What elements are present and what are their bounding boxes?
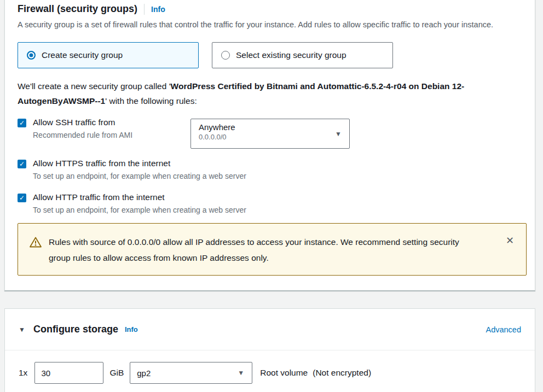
security-group-options: Create security group Select existing se… [18, 42, 393, 68]
configure-storage-title: Configure storage [33, 324, 118, 335]
radio-selected-icon[interactable] [27, 51, 36, 60]
ssh-rule-label: Allow SSH traffic from [33, 118, 115, 127]
volume-size-input[interactable] [34, 362, 103, 384]
volume-description-label: Root volume [260, 368, 308, 378]
note-prefix: We'll create a new security group called… [18, 81, 171, 91]
volume-count-label: 1x [19, 368, 27, 378]
firewall-section-card: Firewall (security groups) Info A securi… [4, 0, 535, 291]
firewall-description: A security group is a set of firewall ru… [18, 19, 513, 31]
firewall-info-link[interactable]: Info [151, 5, 165, 14]
root-volume-row: 1x GiB gp2 ▼ Root volume (Not encrypted) [5, 350, 535, 384]
http-checkbox[interactable]: ✓ [18, 194, 26, 202]
caret-down-icon: ▼ [238, 369, 244, 377]
create-security-group-label: Create security group [42, 50, 123, 60]
configure-storage-header: ▼ Configure storage Info Advanced [5, 309, 535, 350]
storage-info-link[interactable]: Info [125, 325, 138, 334]
section-expand-caret-icon[interactable]: ▼ [19, 326, 25, 334]
rule-https: ✓ Allow HTTPS traffic from the internet … [18, 159, 527, 180]
firewall-title: Firewall (security groups) [18, 3, 137, 15]
http-rule-sublabel: To set up an endpoint, for example when … [33, 206, 527, 214]
storage-advanced-link[interactable]: Advanced [486, 325, 522, 334]
https-rule-label: Allow HTTPS traffic from the internet [33, 159, 170, 168]
open-source-warning-alert: Rules with source of 0.0.0.0/0 allow all… [18, 223, 527, 276]
caret-down-icon: ▼ [335, 130, 342, 138]
firewall-header: Firewall (security groups) Info [18, 3, 165, 15]
volume-type-value: gp2 [137, 368, 151, 378]
ssh-source-detail: 0.0.0.0/0 [199, 133, 342, 141]
select-existing-security-group-tile[interactable]: Select existing security group [212, 42, 393, 68]
volume-type-select[interactable]: gp2 ▼ [130, 362, 252, 384]
rule-http: ✓ Allow HTTP traffic from the internet T… [18, 192, 527, 214]
volume-encryption-label: (Not encrypted) [313, 368, 371, 378]
note-suffix: ' with the following rules: [105, 96, 197, 106]
http-rule-label: Allow HTTP traffic from the internet [33, 192, 165, 202]
https-checkbox[interactable]: ✓ [18, 160, 26, 168]
header-divider [144, 4, 145, 15]
configure-storage-section-card: ▼ Configure storage Info Advanced 1x GiB… [4, 308, 535, 392]
volume-unit-label: GiB [109, 368, 124, 378]
warning-text: Rules with source of 0.0.0.0/0 allow all… [49, 235, 481, 266]
select-existing-security-group-label: Select existing security group [236, 50, 346, 60]
rule-ssh: ✓ Allow SSH traffic from Recommended rul… [18, 118, 527, 139]
ssh-source-value: Anywhere [199, 122, 342, 132]
https-rule-sublabel: To set up an endpoint, for example when … [33, 172, 527, 180]
radio-unselected-icon[interactable] [221, 51, 230, 60]
warning-triangle-icon [29, 236, 42, 251]
security-group-note: We'll create a new security group called… [18, 79, 527, 108]
create-security-group-tile[interactable]: Create security group [18, 42, 199, 68]
ssh-source-dropdown[interactable]: Anywhere 0.0.0.0/0 ▼ [190, 119, 350, 149]
close-icon[interactable]: ✕ [504, 235, 516, 247]
ssh-checkbox[interactable]: ✓ [18, 119, 26, 127]
